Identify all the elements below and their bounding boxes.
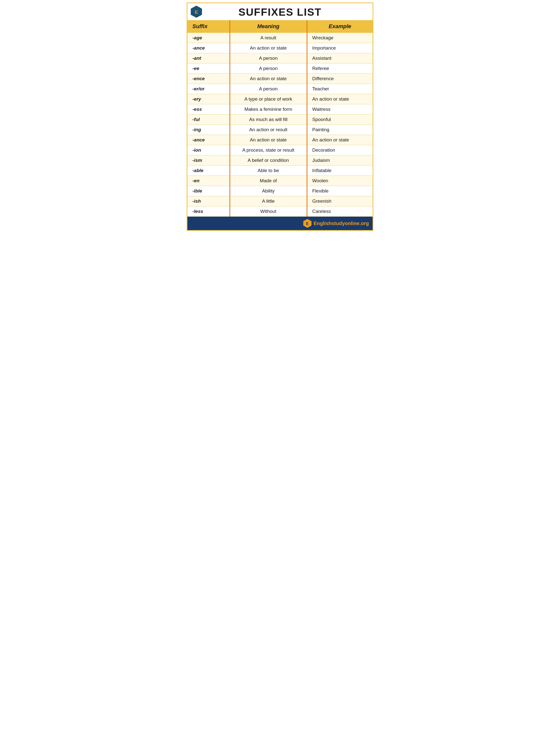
table-header: Suffix Meaning Example xyxy=(187,20,373,33)
cell-suffix: -ful xyxy=(187,114,230,125)
page-wrapper: E SUFFIXES LIST Suffix Meaning Example -… xyxy=(187,2,373,231)
cell-example: Spoonful xyxy=(307,114,373,125)
cell-meaning: Able to be xyxy=(230,165,307,176)
cell-meaning: A person xyxy=(230,84,307,94)
cell-example: Assistant xyxy=(307,53,373,63)
cell-suffix: -ant xyxy=(187,53,230,63)
cell-example: Referee xyxy=(307,63,373,74)
table-row: -ibleAbilityFlexible xyxy=(187,186,373,196)
table-row: -essMakes a feminine formWaitress xyxy=(187,104,373,114)
cell-suffix: -er/or xyxy=(187,84,230,94)
cell-meaning: An action or state xyxy=(230,43,307,53)
table-row: -ishA littleGreenish xyxy=(187,196,373,206)
cell-meaning: A result xyxy=(230,33,307,43)
suffixes-table: Suffix Meaning Example -ageA resultWreck… xyxy=(187,20,373,216)
table-row: -enMade ofWoolen xyxy=(187,176,373,186)
footer-text: Englishstudyonline.org xyxy=(314,221,369,226)
cell-example: Greenish xyxy=(307,196,373,206)
cell-suffix: -ance xyxy=(187,43,230,53)
cell-meaning: A process, state or result xyxy=(230,145,307,155)
cell-meaning: An action or result xyxy=(230,125,307,135)
cell-suffix: -en xyxy=(187,176,230,186)
footer-letter-e: E xyxy=(314,221,317,226)
table-row: -lessWithoutCareless xyxy=(187,206,373,216)
footer-domain: nglishstudyonline.org xyxy=(317,221,369,226)
cell-suffix: -ish xyxy=(187,196,230,206)
table-row: -eeA personReferee xyxy=(187,63,373,74)
cell-example: Careless xyxy=(307,206,373,216)
cell-suffix: -ism xyxy=(187,155,230,165)
cell-meaning: An action or state xyxy=(230,135,307,145)
table-row: -eryA type or place of workAn action or … xyxy=(187,94,373,104)
cell-meaning: Ability xyxy=(230,186,307,196)
cell-meaning: Made of xyxy=(230,176,307,186)
cell-suffix: -ess xyxy=(187,104,230,114)
cell-meaning: A person xyxy=(230,53,307,63)
footer-bar: E Englishstudyonline.org xyxy=(187,216,373,230)
cell-meaning: Without xyxy=(230,206,307,216)
table-row: -anceAn action or stateAn action or stat… xyxy=(187,135,373,145)
page-title: SUFFIXES LIST xyxy=(238,6,322,18)
cell-example: Wreckage xyxy=(307,33,373,43)
header-area: E SUFFIXES LIST xyxy=(187,3,373,20)
table-body: -ageA resultWreckage-anceAn action or st… xyxy=(187,33,373,216)
cell-example: Teacher xyxy=(307,84,373,94)
cell-meaning: A type or place of work xyxy=(230,94,307,104)
cell-suffix: -age xyxy=(187,33,230,43)
cell-suffix: -ing xyxy=(187,125,230,135)
cell-suffix: -ery xyxy=(187,94,230,104)
table-row: -fulAs much as will fillSpoonful xyxy=(187,114,373,125)
cell-suffix: -ion xyxy=(187,145,230,155)
table-row: -ableAble to beInflatable xyxy=(187,165,373,176)
cell-suffix: -ee xyxy=(187,63,230,74)
logo-icon: E xyxy=(190,5,203,18)
table-row: -anceAn action or stateImportance xyxy=(187,43,373,53)
cell-example: Waitress xyxy=(307,104,373,114)
footer-logo-icon: E xyxy=(303,218,312,228)
svg-text:E: E xyxy=(306,221,309,226)
cell-example: Flexible xyxy=(307,186,373,196)
cell-example: Judaism xyxy=(307,155,373,165)
cell-example: Difference xyxy=(307,74,373,84)
cell-suffix: -able xyxy=(187,165,230,176)
cell-example: An action or state xyxy=(307,94,373,104)
cell-meaning: A person xyxy=(230,63,307,74)
table-row: -ismA belief or conditionJudaism xyxy=(187,155,373,165)
col-header-suffix: Suffix xyxy=(187,20,230,33)
table-row: -ageA resultWreckage xyxy=(187,33,373,43)
col-header-example: Example xyxy=(307,20,373,33)
table-row: -enceAn action or stateDifference xyxy=(187,74,373,84)
svg-text:E: E xyxy=(195,9,198,15)
cell-suffix: -ible xyxy=(187,186,230,196)
cell-example: An action or state xyxy=(307,135,373,145)
cell-meaning: Makes a feminine form xyxy=(230,104,307,114)
cell-meaning: A little xyxy=(230,196,307,206)
table-row: -ionA process, state or resultDecoration xyxy=(187,145,373,155)
cell-meaning: A belief or condition xyxy=(230,155,307,165)
cell-example: Painting xyxy=(307,125,373,135)
cell-suffix: -ance xyxy=(187,135,230,145)
cell-meaning: As much as will fill xyxy=(230,114,307,125)
cell-suffix: -less xyxy=(187,206,230,216)
cell-example: Inflatable xyxy=(307,165,373,176)
cell-example: Decoration xyxy=(307,145,373,155)
cell-suffix: -ence xyxy=(187,74,230,84)
table-row: -ingAn action or resultPainting xyxy=(187,125,373,135)
col-header-meaning: Meaning xyxy=(230,20,307,33)
cell-meaning: An action or state xyxy=(230,74,307,84)
table-row: -antA personAssistant xyxy=(187,53,373,63)
table-row: -er/orA personTeacher xyxy=(187,84,373,94)
cell-example: Woolen xyxy=(307,176,373,186)
cell-example: Importance xyxy=(307,43,373,53)
